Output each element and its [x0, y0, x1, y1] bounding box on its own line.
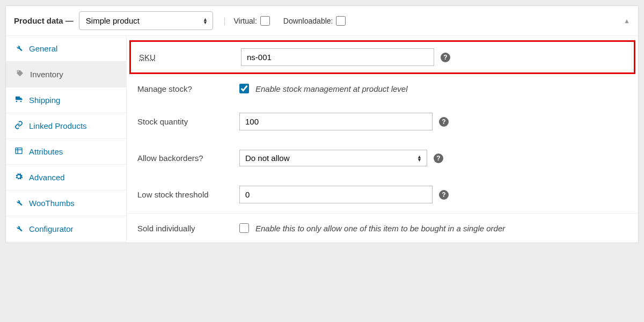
virtual-toggle[interactable]: Virtual:	[234, 16, 270, 26]
sidebar-item-attributes[interactable]: Attributes	[6, 139, 126, 165]
panel-title: Product data —	[14, 16, 74, 25]
wrench-icon	[14, 198, 24, 208]
sidebar-item-label: WooThumbs	[29, 199, 75, 208]
link-icon	[14, 121, 24, 131]
product-type-select[interactable]: Simple product	[79, 11, 213, 30]
low-stock-row: Low stock threshold ?	[127, 176, 638, 213]
sidebar-item-configurator[interactable]: Configurator	[6, 216, 126, 242]
sidebar-item-label: General	[29, 44, 57, 53]
sidebar-item-shipping[interactable]: Shipping	[6, 87, 126, 113]
low-stock-input[interactable]	[239, 186, 433, 203]
sidebar: General Inventory Shipping Linked Produc…	[6, 36, 127, 243]
sku-input[interactable]	[241, 48, 434, 66]
help-icon[interactable]: ?	[441, 53, 450, 62]
sold-indiv-checkbox[interactable]	[239, 223, 249, 233]
separator: |	[224, 17, 226, 25]
downloadable-label: Downloadable:	[283, 17, 333, 25]
wrench-icon	[14, 224, 24, 234]
sidebar-item-label: Configurator	[29, 224, 74, 233]
tag-icon	[15, 69, 25, 79]
product-data-panel: Product data — Simple product ▲▼ | Virtu…	[5, 5, 639, 243]
virtual-checkbox[interactable]	[260, 16, 270, 26]
help-icon[interactable]: ?	[434, 153, 443, 163]
sidebar-item-label: Shipping	[29, 96, 60, 105]
sku-label: SKU	[139, 53, 241, 62]
wrench-icon	[14, 43, 24, 54]
downloadable-toggle[interactable]: Downloadable:	[283, 16, 346, 26]
stock-qty-input[interactable]	[239, 113, 433, 130]
stock-qty-label: Stock quantity	[137, 117, 239, 126]
stock-qty-row: Stock quantity ?	[127, 103, 638, 140]
sold-individually-row: Sold individually Enable this to only al…	[127, 213, 638, 243]
truck-icon	[14, 95, 24, 105]
sold-indiv-label: Sold individually	[137, 224, 239, 233]
backorders-label: Allow backorders?	[137, 153, 239, 163]
sku-highlight: SKU ?	[129, 40, 635, 74]
svg-rect-0	[16, 148, 22, 154]
backorders-select[interactable]: Do not allow	[239, 150, 427, 166]
product-type-select-wrap: Simple product ▲▼	[79, 11, 213, 30]
backorders-select-wrap: Do not allow ▲▼	[239, 150, 427, 166]
sidebar-item-label: Advanced	[29, 173, 65, 182]
manage-stock-hint: Enable stock management at product level	[255, 84, 408, 93]
help-icon[interactable]: ?	[439, 190, 449, 200]
manage-stock-row: Manage stock? Enable stock management at…	[127, 74, 638, 103]
sidebar-item-label: Inventory	[30, 70, 63, 79]
sidebar-item-label: Linked Products	[29, 121, 87, 130]
sidebar-item-label: Attributes	[29, 147, 63, 156]
virtual-label: Virtual:	[234, 17, 257, 25]
sidebar-item-woothumbs[interactable]: WooThumbs	[6, 191, 126, 216]
downloadable-checkbox[interactable]	[336, 16, 346, 26]
sold-indiv-hint: Enable this to only allow one of this it…	[255, 224, 505, 233]
panel-body: General Inventory Shipping Linked Produc…	[6, 36, 638, 243]
sidebar-item-general[interactable]: General	[6, 36, 126, 62]
backorders-row: Allow backorders? Do not allow ▲▼ ?	[127, 140, 638, 176]
collapse-icon[interactable]: ▲	[624, 17, 630, 25]
manage-stock-checkbox[interactable]	[239, 84, 249, 93]
help-icon[interactable]: ?	[439, 117, 449, 127]
sidebar-item-linked-products[interactable]: Linked Products	[6, 113, 126, 139]
low-stock-label: Low stock threshold	[137, 190, 239, 199]
gear-icon	[14, 172, 24, 182]
panel-header: Product data — Simple product ▲▼ | Virtu…	[6, 6, 638, 36]
list-icon	[14, 147, 24, 157]
sidebar-item-advanced[interactable]: Advanced	[6, 165, 126, 191]
manage-stock-label: Manage stock?	[137, 84, 239, 93]
sidebar-item-inventory[interactable]: Inventory	[6, 62, 126, 87]
form-area: SKU ? Manage stock? Enable stock managem…	[127, 36, 638, 243]
